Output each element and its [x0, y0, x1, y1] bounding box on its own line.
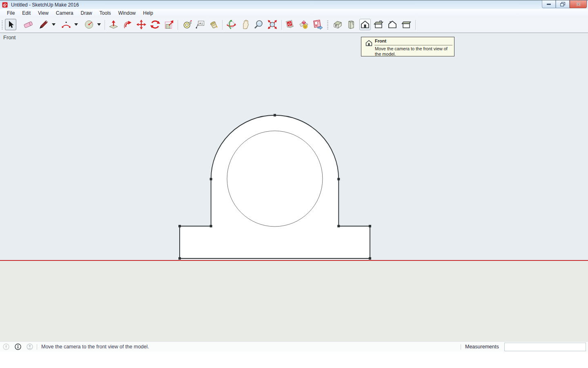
sketchup-logo-icon: [2, 2, 8, 8]
right-view-icon: [374, 20, 383, 29]
rotate-icon: [150, 19, 160, 30]
select-tool-button[interactable]: [5, 19, 16, 30]
menu-tools[interactable]: Tools: [96, 9, 115, 17]
measurements-label: Measurements: [465, 344, 499, 350]
follow-me-icon: [122, 19, 133, 30]
status-separator: [461, 344, 461, 350]
tooltip-body: Move the camera to the front view of the…: [375, 46, 452, 57]
share-model-icon: [298, 19, 309, 30]
window-title: Untitled - SketchUp Make 2016: [11, 2, 79, 8]
pan-tool-button[interactable]: [239, 19, 251, 30]
model-canvas[interactable]: [0, 33, 588, 342]
share-model-button[interactable]: [298, 19, 310, 30]
chevron-down-icon: [97, 23, 101, 26]
tape-measure-icon: [182, 19, 192, 30]
view-top-button[interactable]: [345, 19, 357, 30]
svg-text:A1: A1: [199, 22, 203, 25]
zoom-extents-tool-button[interactable]: [267, 19, 278, 30]
left-view-icon: [401, 20, 411, 29]
menu-window[interactable]: Window: [115, 9, 140, 17]
text-tool-button[interactable]: A1: [194, 19, 206, 30]
push-pull-tool-button[interactable]: [108, 19, 119, 30]
restore-button[interactable]: [556, 0, 570, 8]
drawing-viewport[interactable]: Front: [0, 33, 588, 341]
toolbar-separator: [178, 20, 178, 30]
sign-in-person-icon[interactable]: [27, 343, 33, 350]
back-view-icon: [388, 20, 397, 29]
push-pull-icon: [108, 19, 119, 30]
tape-measure-tool-button[interactable]: [181, 19, 193, 30]
extension-warehouse-icon: [312, 19, 323, 30]
bore-circle-edge[interactable]: [227, 131, 323, 227]
circle-tool-button[interactable]: [83, 19, 95, 30]
menu-draw[interactable]: Draw: [77, 9, 96, 17]
arc-icon: [61, 19, 71, 30]
3d-warehouse-button[interactable]: [284, 19, 296, 30]
toolbar-separator: [281, 20, 282, 30]
circle-icon: [84, 19, 94, 30]
minimize-button[interactable]: [542, 0, 556, 8]
arc-tool-button[interactable]: [60, 19, 72, 30]
tooltip-divider: [374, 45, 452, 45]
status-separator: [37, 344, 37, 350]
pencil-icon: [38, 19, 49, 30]
extension-warehouse-button[interactable]: [312, 19, 323, 30]
iso-view-icon: [333, 20, 343, 29]
circle-tool-dropdown[interactable]: [96, 19, 102, 30]
restore-icon: [560, 2, 565, 7]
front-view-tooltip: Front Move the camera to the front view …: [361, 37, 454, 56]
title-bar: Untitled - SketchUp Make 2016: [0, 0, 588, 9]
toolbar-separator: [105, 20, 105, 30]
close-button[interactable]: [570, 0, 587, 8]
orbit-tool-button[interactable]: [225, 19, 237, 30]
move-icon: [136, 19, 147, 30]
toolbar-separator: [415, 20, 416, 30]
arc-tool-dropdown[interactable]: [73, 19, 79, 30]
model-face[interactable]: [180, 115, 370, 258]
paint-bucket-icon: [208, 19, 219, 30]
chevron-down-icon: [74, 23, 78, 26]
view-right-button[interactable]: [373, 19, 384, 30]
zoom-extents-icon: [267, 19, 278, 30]
red-axis-line[interactable]: [0, 260, 588, 261]
menu-help[interactable]: Help: [139, 9, 157, 17]
view-front-button[interactable]: [359, 19, 371, 30]
geolocation-icon[interactable]: [3, 343, 9, 350]
line-tool-button[interactable]: [38, 19, 49, 30]
view-iso-button[interactable]: [332, 19, 343, 30]
toolbar: A1: [0, 17, 588, 33]
line-tool-dropdown[interactable]: [51, 19, 56, 30]
rotate-tool-button[interactable]: [149, 19, 161, 30]
front-view-icon: [360, 20, 370, 29]
3d-warehouse-icon: [285, 19, 295, 30]
view-left-button[interactable]: [401, 19, 412, 30]
menu-file[interactable]: File: [3, 9, 18, 17]
chevron-down-icon: [52, 23, 56, 26]
eraser-tool-button[interactable]: [22, 19, 34, 30]
menu-edit[interactable]: Edit: [18, 9, 34, 17]
zoom-icon: [253, 19, 264, 30]
follow-me-tool-button[interactable]: [122, 19, 134, 30]
menu-bar: File Edit View Camera Draw Tools Window …: [0, 9, 588, 17]
minimize-icon: [546, 3, 551, 5]
top-view-icon: [346, 20, 356, 29]
paint-bucket-tool-button[interactable]: [208, 19, 219, 30]
select-icon: [6, 20, 15, 29]
move-tool-button[interactable]: [136, 19, 147, 30]
view-back-button[interactable]: [387, 19, 398, 30]
scale-tool-button[interactable]: [163, 19, 175, 30]
toolbar-grip[interactable]: [2, 20, 3, 29]
toolbar-separator: [222, 20, 223, 30]
menu-camera[interactable]: Camera: [52, 9, 77, 17]
text-icon: A1: [195, 19, 205, 30]
measurements-input[interactable]: [504, 343, 586, 351]
menu-view[interactable]: View: [34, 9, 52, 17]
status-bar: Move the camera to the front view of the…: [0, 341, 588, 352]
front-view-icon: [365, 40, 373, 47]
info-icon[interactable]: [15, 343, 21, 350]
status-message: Move the camera to the front view of the…: [41, 344, 149, 350]
scale-icon: [164, 19, 174, 30]
pan-hand-icon: [240, 19, 250, 30]
views-toolbar-grip[interactable]: [327, 20, 328, 29]
zoom-tool-button[interactable]: [253, 19, 264, 30]
